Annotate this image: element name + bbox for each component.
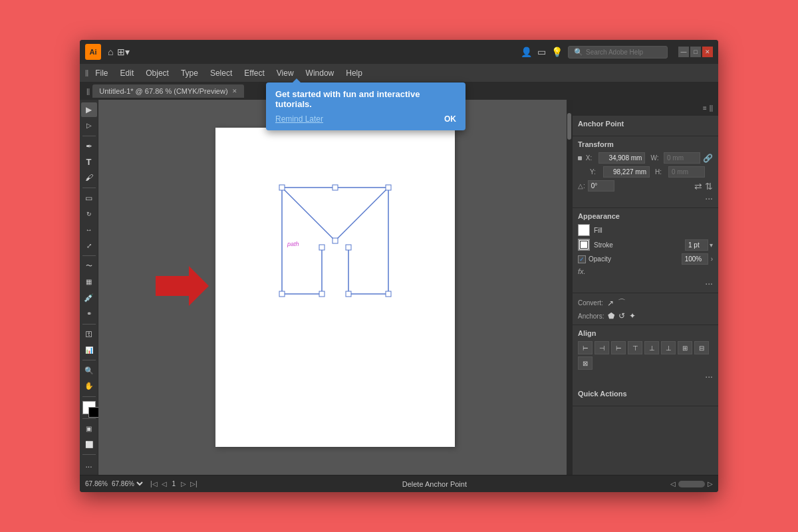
remind-later-button[interactable]: Remind Later xyxy=(275,114,323,124)
panel-expand-icon[interactable]: || xyxy=(710,104,713,112)
remove-anchor-icon[interactable]: ↺ xyxy=(618,311,625,321)
menu-window[interactable]: Window xyxy=(301,66,340,80)
svg-line-4 xyxy=(335,188,388,241)
select-anchor-icon[interactable]: ⬟ xyxy=(608,311,614,321)
prev-page-icon[interactable]: ◁ xyxy=(160,480,168,487)
menu-select[interactable]: Select xyxy=(205,66,237,80)
distribute-left-button[interactable]: ⊞ xyxy=(678,341,692,354)
user-icon[interactable]: 👤 xyxy=(521,47,532,57)
first-page-icon[interactable]: |◁ xyxy=(149,480,159,487)
rotate-tool[interactable]: ↻ xyxy=(81,207,97,221)
tab-close-icon[interactable]: ✕ xyxy=(232,88,237,94)
page-navigation: |◁ ◁ 1 ▷ ▷| xyxy=(149,480,199,487)
pen-tool[interactable]: ✒ xyxy=(81,139,97,154)
align-right-button[interactable]: ⊢ xyxy=(611,341,626,354)
y-label: Y: xyxy=(590,168,600,176)
document-tab[interactable]: Untitled-1* @ 67.86 % (CMYK/Preview) ✕ xyxy=(92,84,243,98)
warp-tool[interactable]: 〜 xyxy=(81,259,97,273)
reflect-tool[interactable]: ↔ xyxy=(81,223,97,237)
gradient-tool[interactable]: ▦ xyxy=(81,275,97,289)
monitor-icon[interactable]: ▭ xyxy=(537,47,546,57)
home-icon[interactable]: ⌂ xyxy=(108,47,113,57)
screen-mode[interactable]: ▣ xyxy=(81,422,97,436)
corner-anchor-icon[interactable]: ↗ xyxy=(607,299,614,308)
distribute-right-button[interactable]: ⊠ xyxy=(578,356,593,370)
svg-rect-20 xyxy=(346,245,351,250)
scroll-right-icon[interactable]: ▷ xyxy=(708,480,713,487)
lightbulb-icon[interactable]: 💡 xyxy=(551,47,563,57)
align-top-button[interactable]: ⊤ xyxy=(628,341,642,354)
flip-h-icon[interactable]: ⇄ xyxy=(694,181,702,192)
minimize-button[interactable]: — xyxy=(678,47,689,57)
stroke-dropdown-icon[interactable]: ▾ xyxy=(710,241,713,249)
blend-tool[interactable]: ⚭ xyxy=(81,307,97,321)
panel-toggle-icon[interactable]: || xyxy=(85,69,88,76)
fill-swatch[interactable] xyxy=(578,224,590,236)
rotate-label: △: xyxy=(578,182,585,190)
menu-view[interactable]: View xyxy=(271,66,299,80)
zoom-dropdown[interactable]: 67.86% 100% 50% xyxy=(109,479,145,488)
color-swatch[interactable] xyxy=(82,401,96,414)
h-input[interactable] xyxy=(668,166,705,178)
menu-file[interactable]: File xyxy=(90,66,113,80)
zoom-control: 67.86% 67.86% 100% 50% xyxy=(85,479,145,488)
zoom-tool[interactable]: 🔍 xyxy=(81,363,97,378)
distribute-center-h-button[interactable]: ⊟ xyxy=(694,341,709,354)
scale-tool[interactable]: ⤢ xyxy=(81,238,97,253)
menu-type[interactable]: Type xyxy=(176,66,203,80)
title-bar: Ai ⌂ ⊞▾ 👤 ▭ 💡 🔍 Search Adobe Help — □ ✕ xyxy=(80,40,718,64)
x-input[interactable] xyxy=(598,152,645,164)
panel-menu-icon[interactable]: ≡ xyxy=(703,104,707,112)
menu-help[interactable]: Help xyxy=(340,66,368,80)
opacity-input[interactable] xyxy=(682,253,708,265)
stroke-swatch[interactable] xyxy=(578,239,590,251)
rotate-input[interactable] xyxy=(588,180,614,192)
select-tool[interactable]: ▶ xyxy=(81,102,97,117)
grid-icon[interactable]: ⊞▾ xyxy=(117,47,130,57)
opacity-arrow-icon[interactable]: › xyxy=(711,255,713,263)
menu-edit[interactable]: Edit xyxy=(115,66,140,80)
transform-more-icon[interactable]: ··· xyxy=(578,193,713,203)
column-graph-tool[interactable]: 📊 xyxy=(81,342,97,357)
ok-button[interactable]: OK xyxy=(444,114,456,124)
svg-marker-0 xyxy=(156,266,209,306)
maximize-button[interactable]: □ xyxy=(690,47,701,57)
appearance-more-icon[interactable]: ··· xyxy=(578,278,713,289)
canvas-area[interactable]: path xyxy=(98,100,572,475)
panel-collapse-icon[interactable]: || xyxy=(84,88,92,95)
hand-tool[interactable]: ✋ xyxy=(81,379,97,394)
opacity-checkbox[interactable]: ✓ xyxy=(578,255,586,263)
align-more-icon[interactable]: ··· xyxy=(578,371,713,382)
rectangle-tool[interactable]: ▭ xyxy=(81,191,97,205)
vertical-scrollbar[interactable] xyxy=(567,100,572,475)
smooth-anchor-icon[interactable]: ⌒ xyxy=(618,297,626,309)
add-anchor-icon[interactable]: ✦ xyxy=(629,311,636,321)
scroll-left-icon[interactable]: ◁ xyxy=(670,480,676,487)
scroll-thumb[interactable] xyxy=(567,113,571,140)
transform-origin-icon[interactable] xyxy=(578,156,582,160)
menu-effect[interactable]: Effect xyxy=(239,66,269,80)
align-center-h-button[interactable]: ⊣ xyxy=(595,341,609,354)
scroll-indicator[interactable] xyxy=(678,481,705,487)
w-input[interactable] xyxy=(664,152,700,164)
align-bottom-button[interactable]: ⊥ xyxy=(661,341,676,354)
artboard-tool[interactable]: ⬜ xyxy=(81,437,97,452)
svg-rect-19 xyxy=(319,245,325,250)
type-tool[interactable]: T xyxy=(81,154,97,169)
symbol-tool[interactable]: ⚿ xyxy=(81,327,97,342)
more-tools[interactable]: ... xyxy=(81,458,97,472)
close-button[interactable]: ✕ xyxy=(702,47,713,57)
y-input[interactable] xyxy=(603,166,650,178)
brush-tool[interactable]: 🖌 xyxy=(81,170,97,185)
direct-select-tool[interactable]: ▷ xyxy=(81,118,97,133)
search-box[interactable]: 🔍 Search Adobe Help xyxy=(568,46,668,59)
align-left-button[interactable]: ⊢ xyxy=(578,341,593,354)
last-page-icon[interactable]: ▷| xyxy=(189,480,199,487)
stroke-value-input[interactable] xyxy=(685,239,708,251)
menu-object[interactable]: Object xyxy=(140,66,174,80)
link-icon[interactable]: 🔗 xyxy=(703,154,713,163)
flip-v-icon[interactable]: ⇅ xyxy=(705,181,713,192)
next-page-icon[interactable]: ▷ xyxy=(180,480,188,487)
eyedropper-tool[interactable]: 💉 xyxy=(81,291,97,305)
align-center-v-button[interactable]: ⊥ xyxy=(644,341,659,354)
